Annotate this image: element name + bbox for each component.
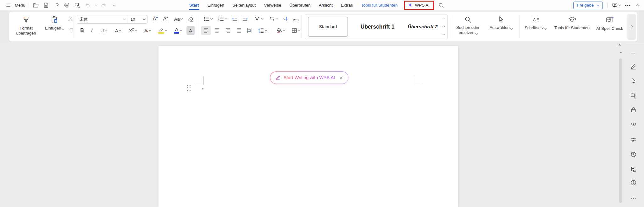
justify-button[interactable]: [234, 26, 244, 35]
align-left-button[interactable]: [201, 26, 211, 35]
export-pdf-icon[interactable]: [53, 2, 60, 9]
code-icon[interactable]: [630, 120, 637, 128]
menu-label[interactable]: Menü: [15, 3, 25, 8]
more-tools-dots-icon[interactable]: [630, 194, 637, 202]
typeset-button[interactable]: A Schriftsatz: [522, 14, 549, 40]
group-divider: [451, 15, 451, 38]
ribbon-more-button[interactable]: [627, 14, 636, 40]
tab-wps-ai-highlighted[interactable]: WPS AI: [404, 1, 434, 10]
bold-button[interactable]: B: [78, 26, 86, 35]
tab-tools-fuer-studenten[interactable]: Tools für Studenten: [357, 0, 402, 10]
quick-access-chevron-icon[interactable]: [110, 2, 118, 9]
outline-tree-icon[interactable]: [630, 166, 637, 173]
select-button[interactable]: Auswählen: [485, 14, 517, 40]
svg-text:A: A: [533, 18, 536, 22]
shading-chevron-icon: [283, 29, 286, 31]
share-button[interactable]: Freigabe: [573, 2, 603, 9]
tab-einfuegen[interactable]: Einfügen: [203, 0, 228, 10]
font-name-chevron-icon: [123, 18, 125, 20]
align-right-button[interactable]: [223, 26, 233, 35]
lock-icon[interactable]: [630, 106, 637, 113]
hide-toolbar-icon[interactable]: [616, 42, 623, 48]
ai-spell-check-button[interactable]: ABC AI Spell Check: [593, 14, 626, 40]
paste-button[interactable]: Einfügen: [42, 14, 67, 40]
search-commands-icon[interactable]: [437, 2, 445, 9]
redo-icon[interactable]: [100, 2, 107, 9]
close-windows-icon[interactable]: [630, 91, 637, 99]
wrap-text-button[interactable]: [267, 14, 280, 23]
decrease-indent-button[interactable]: [230, 14, 239, 23]
open-file-icon[interactable]: [32, 2, 40, 9]
style-standard[interactable]: Standard: [308, 17, 348, 37]
hamburger-menu-button[interactable]: [4, 2, 12, 9]
print-icon[interactable]: [63, 2, 71, 9]
font-name-select[interactable]: 宋体: [77, 15, 128, 23]
undo-dropdown-chevron[interactable]: [95, 3, 97, 6]
more-options-icon[interactable]: •••: [625, 3, 631, 8]
student-tools-button[interactable]: Tools für Studenten: [551, 14, 593, 40]
typeset-chevron-icon: [544, 27, 547, 30]
phonetic-guide-button[interactable]: A: [141, 26, 154, 35]
collapse-ribbon-chevron-icon[interactable]: [636, 4, 640, 8]
paragraph-drag-handle[interactable]: [187, 85, 191, 91]
close-banner-icon[interactable]: [339, 76, 343, 80]
tab-ansicht[interactable]: Ansicht: [315, 0, 337, 10]
numbered-list-button[interactable]: 123: [216, 14, 228, 23]
tab-ueberpruefen[interactable]: Überprüfen: [285, 0, 315, 10]
wrap-text-chevron-icon: [276, 17, 278, 19]
document-page[interactable]: [158, 46, 458, 207]
superscript-chevron-icon: [134, 29, 137, 31]
paste-icon: [50, 16, 58, 24]
group-divider: [519, 15, 519, 38]
ink-pen-icon[interactable]: [630, 63, 637, 70]
gallery-scroll-down-icon[interactable]: [441, 24, 446, 29]
distribute-text-button[interactable]: [245, 26, 254, 35]
text-direction-button[interactable]: A: [252, 14, 265, 23]
tab-verweise[interactable]: Verweise: [260, 0, 285, 10]
comments-button[interactable]: [612, 2, 621, 8]
help-icon[interactable]: [630, 179, 637, 186]
borders-button[interactable]: [289, 26, 302, 35]
tab-start[interactable]: Start: [185, 0, 203, 10]
strikethrough-button[interactable]: A: [112, 26, 124, 35]
gallery-scroll-up-icon[interactable]: [441, 16, 446, 21]
vertical-scrollbar-thumb[interactable]: [619, 58, 622, 203]
select-cursor-icon[interactable]: [630, 77, 637, 84]
superscript-button[interactable]: X2: [126, 26, 139, 35]
increase-indent-button[interactable]: [241, 14, 249, 23]
style-heading1[interactable]: Überschrift 1: [352, 17, 403, 37]
italic-button[interactable]: I: [88, 26, 96, 35]
save-icon[interactable]: [42, 2, 50, 9]
settings-sliders-icon[interactable]: [630, 136, 637, 143]
clear-formatting-button[interactable]: [186, 14, 195, 23]
underline-button[interactable]: U: [97, 26, 110, 35]
wps-ai-banner[interactable]: Start Writing with WPS AI: [270, 71, 348, 84]
collapse-panel-dash-icon[interactable]: [630, 49, 637, 57]
line-spacing-button[interactable]: [256, 26, 269, 35]
group-divider: [74, 15, 74, 38]
wps-ai-sparkle-icon: [408, 3, 413, 8]
gallery-expand-icon[interactable]: [441, 31, 446, 36]
tab-settings-button[interactable]: [291, 14, 300, 23]
style-heading2[interactable]: Überschrift 2: [405, 17, 440, 37]
print-preview-icon[interactable]: [74, 2, 81, 9]
decrease-font-size-button[interactable]: A−: [161, 14, 170, 23]
find-replace-button[interactable]: Suchen oder ersetzen: [452, 14, 483, 40]
format-painter-button[interactable]: Format übertragen: [12, 14, 41, 40]
tab-extras[interactable]: Extras: [337, 0, 357, 10]
scroll-up-arrow[interactable]: [617, 50, 624, 55]
font-size-select[interactable]: 10: [128, 15, 147, 23]
sort-button[interactable]: A: [281, 14, 290, 23]
highlight-chevron-icon: [165, 29, 167, 31]
history-icon[interactable]: [630, 150, 637, 158]
align-center-button[interactable]: [212, 26, 222, 35]
font-color-button[interactable]: A: [171, 26, 185, 35]
change-case-button[interactable]: Aa: [172, 14, 185, 23]
undo-icon[interactable]: [84, 2, 92, 9]
highlight-color-button[interactable]: [156, 26, 169, 35]
increase-font-size-button[interactable]: A+: [151, 14, 160, 23]
shading-button[interactable]: [274, 26, 287, 35]
bullet-list-button[interactable]: [202, 14, 214, 23]
character-shading-button[interactable]: A: [186, 26, 195, 35]
tab-seitenlayout[interactable]: Seitenlayout: [228, 0, 260, 10]
